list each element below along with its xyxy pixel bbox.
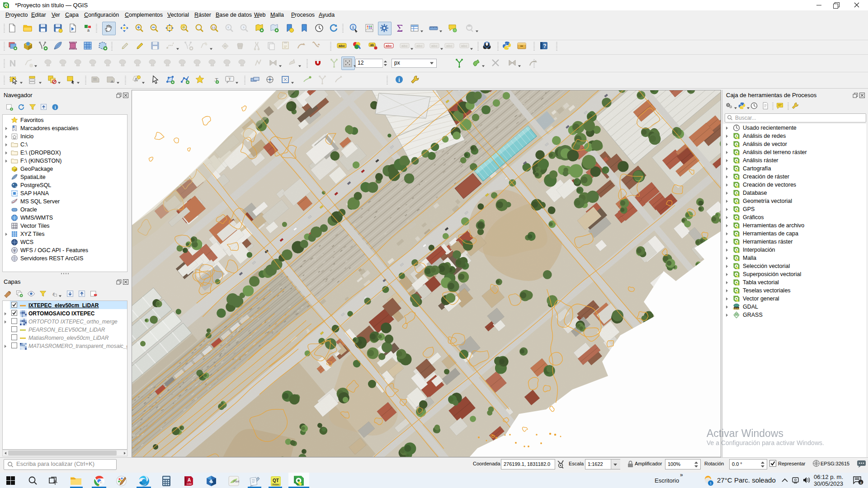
svg-text:abc: abc bbox=[401, 44, 408, 48]
svg-text:QT: QT bbox=[273, 478, 279, 483]
svg-text:abc: abc bbox=[461, 44, 467, 48]
svg-text:CAD: CAD bbox=[187, 483, 192, 485]
svg-text:abc: abc bbox=[431, 44, 438, 48]
svg-text:V: V bbox=[14, 249, 16, 252]
svg-text:4: 4 bbox=[860, 481, 862, 485]
svg-text:abc: abc bbox=[446, 44, 453, 48]
svg-text:Pix4: Pix4 bbox=[233, 480, 239, 483]
svg-text:T: T bbox=[228, 77, 231, 81]
svg-text:abc: abc bbox=[339, 44, 345, 48]
svg-text:i: i bbox=[353, 25, 354, 30]
svg-text:1: 1 bbox=[710, 481, 712, 485]
svg-text:A: A bbox=[188, 478, 191, 483]
svg-text:GDAL: GDAL bbox=[733, 307, 740, 310]
svg-text:1:1: 1:1 bbox=[212, 26, 216, 29]
svg-text:abc: abc bbox=[416, 44, 423, 48]
svg-text:ab: ab bbox=[370, 43, 374, 47]
svg-text:Reader: Reader bbox=[273, 483, 279, 486]
svg-text:i: i bbox=[55, 105, 56, 110]
svg-text:abc: abc bbox=[386, 44, 392, 48]
svg-text:?: ? bbox=[543, 43, 546, 49]
svg-text:a: a bbox=[87, 28, 90, 33]
